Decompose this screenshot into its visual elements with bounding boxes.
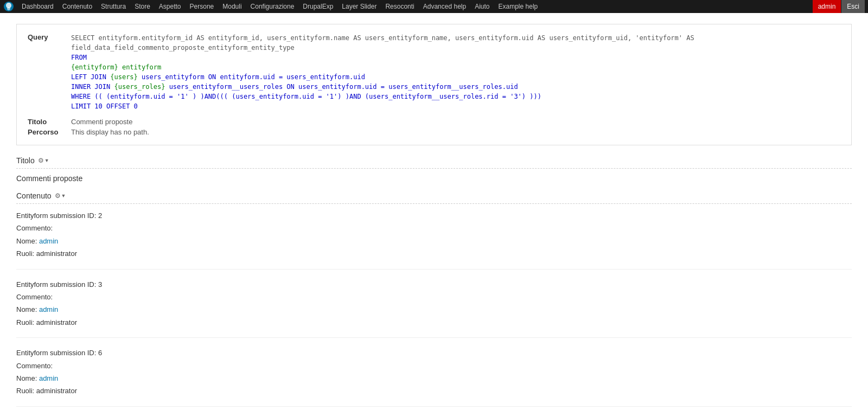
percorso-value: This display has no path.	[71, 128, 149, 136]
query-line-3: FROM	[71, 53, 694, 62]
submission-nome-link-1[interactable]: admin	[39, 237, 58, 245]
submission-block-1: Entityform submission ID: 2 Commento: No…	[16, 209, 852, 270]
percorso-row: Percorso This display has no path.	[28, 128, 840, 136]
title-section-label: Titolo	[16, 156, 35, 165]
query-box: Query SELECT entityform.entityform_id AS…	[16, 24, 852, 145]
nav-right-section: admin Esci	[813, 0, 865, 13]
title-gear-icon[interactable]: ⚙ ▼	[38, 157, 49, 164]
titolo-row: Titolo Commenti proposte	[28, 118, 840, 126]
submission-id-1: Entityform submission ID: 2	[16, 209, 852, 222]
nav-item-store[interactable]: Store	[130, 0, 155, 13]
submission-id-2: Entityform submission ID: 3	[16, 278, 852, 291]
submission-nome-link-3[interactable]: admin	[39, 374, 58, 382]
nav-item-example-help[interactable]: Example help	[494, 0, 542, 13]
submission-block-2: Entityform submission ID: 3 Commento: No…	[16, 278, 852, 338]
nav-item-dashboard[interactable]: Dashboard	[17, 0, 58, 13]
nav-item-contenuto[interactable]: Contenuto	[58, 0, 97, 13]
titolo-value: Commenti proposte	[71, 118, 132, 126]
titolo-label: Titolo	[28, 118, 71, 126]
query-line-4: {entityform} entityform	[71, 62, 694, 72]
content-section-label: Contenuto	[16, 191, 52, 200]
nav-item-aiuto[interactable]: Aiuto	[470, 0, 494, 13]
submission-commento-2: Commento:	[16, 291, 852, 303]
query-line-8: LIMIT 10 OFFSET 0	[71, 101, 694, 111]
percorso-label: Percorso	[28, 128, 71, 136]
submission-ruoli-2: Ruoli: administrator	[16, 316, 852, 329]
submission-id-3: Entityform submission ID: 6	[16, 347, 852, 359]
query-line-6: INNER JOIN {users_roles} users_entityfor…	[71, 82, 694, 92]
nav-items-container: Dashboard Contenuto Struttura Store Aspe…	[17, 0, 813, 13]
main-content: Query SELECT entityform.entityform_id AS…	[0, 13, 868, 410]
query-line-7: WHERE (( (entityform.uid = '1' ) )AND(((…	[71, 92, 694, 101]
svg-point-1	[7, 7, 10, 10]
query-row: Query SELECT entityform.entityform_id AS…	[28, 33, 840, 111]
nav-item-resoconti[interactable]: Resoconti	[381, 0, 418, 13]
submission-nome-1: Nome: admin	[16, 235, 852, 247]
query-line-1: SELECT entityform.entityform_id AS entit…	[71, 33, 694, 43]
query-label: Query	[28, 33, 71, 111]
submission-block-3: Entityform submission ID: 6 Commento: No…	[16, 347, 852, 407]
query-value: SELECT entityform.entityform_id AS entit…	[71, 33, 694, 111]
nav-item-drupalexp[interactable]: DrupalExp	[298, 0, 337, 13]
nav-item-struttura[interactable]: Struttura	[97, 0, 130, 13]
nav-item-moduli[interactable]: Moduli	[218, 0, 246, 13]
query-line-5: LEFT JOIN {users} users_entityform ON en…	[71, 72, 694, 82]
submission-nome-2: Nome: admin	[16, 303, 852, 316]
site-logo[interactable]	[3, 1, 14, 12]
submission-nome-link-2[interactable]: admin	[39, 305, 58, 313]
submission-ruoli-3: Ruoli: administrator	[16, 385, 852, 397]
content-section-header: Contenuto ⚙ ▼	[16, 191, 852, 204]
nav-item-aspetto[interactable]: Aspetto	[155, 0, 186, 13]
title-section: Titolo ⚙ ▼ Commenti proposte	[16, 156, 852, 183]
title-section-value: Commenti proposte	[16, 174, 852, 183]
logout-button[interactable]: Esci	[841, 0, 865, 13]
title-section-header: Titolo ⚙ ▼	[16, 156, 852, 169]
submission-commento-3: Commento:	[16, 360, 852, 372]
nav-item-configurazione[interactable]: Configurazione	[246, 0, 299, 13]
nav-item-persone[interactable]: Persone	[186, 0, 219, 13]
submission-ruoli-1: Ruoli: administrator	[16, 247, 852, 260]
submission-commento-1: Commento:	[16, 222, 852, 234]
top-navigation: Dashboard Contenuto Struttura Store Aspe…	[0, 0, 868, 13]
nav-item-layer-slider[interactable]: Layer Slider	[337, 0, 381, 13]
query-line-2: field_data_field_commento_proposte_entit…	[71, 43, 694, 53]
admin-user-button[interactable]: admin	[813, 0, 841, 13]
nav-item-advanced-help[interactable]: Advanced help	[419, 0, 470, 13]
submission-nome-3: Nome: admin	[16, 372, 852, 385]
submissions-list: Entityform submission ID: 2 Commento: No…	[16, 209, 852, 410]
content-section: Contenuto ⚙ ▼ Entityform submission ID: …	[16, 191, 852, 410]
content-gear-icon[interactable]: ⚙ ▼	[55, 192, 66, 200]
